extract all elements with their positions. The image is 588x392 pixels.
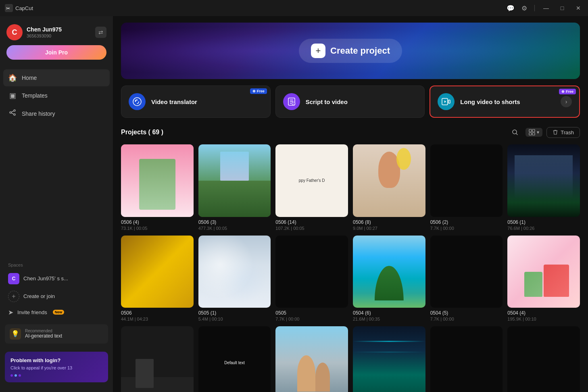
table-row[interactable]: 0505 7.7K | 00:00 <box>275 236 348 322</box>
project-name: 0505 (1) <box>198 310 271 316</box>
table-row[interactable]: 0502 <box>507 326 580 392</box>
table-row[interactable]: 0503 <box>430 326 503 392</box>
sidebar-item-share-label: Share history <box>22 111 55 117</box>
table-row[interactable]: ppy Father's D 0506 (14) 107.2K | 00:05 <box>275 144 348 231</box>
project-thumbnail <box>353 326 425 392</box>
chat-icon[interactable]: 💬 <box>507 4 514 12</box>
project-meta: 21.6M | 00:35 <box>353 317 425 321</box>
minimize-button[interactable]: — <box>541 3 551 13</box>
user-section: C Chen Jun975 3656393090 ⇄ Join Pro <box>0 21 113 66</box>
sidebar-item-create-join[interactable]: + Create or join <box>0 288 113 305</box>
svg-rect-15 <box>448 100 450 103</box>
long-video-arrow[interactable]: › <box>561 96 572 107</box>
project-thumbnail: ppy Father's D <box>275 144 348 217</box>
hero-banner[interactable]: + Create project <box>121 23 580 79</box>
table-row[interactable]: 0506 (8) 9.0M | 00:27 <box>353 144 425 231</box>
user-name: Chen Jun975 <box>27 26 91 33</box>
table-row[interactable]: 0506 (1) 76.6M | 00:26 <box>507 144 580 231</box>
free-badge-shorts: ⊕Free <box>559 89 576 94</box>
project-thumbnail <box>121 236 194 308</box>
invite-icon: ➤ <box>8 309 13 316</box>
problem-card-dots <box>10 374 102 377</box>
table-row[interactable]: Default text 0504 (2) <box>198 326 271 392</box>
project-thumbnail <box>430 236 503 308</box>
svg-rect-19 <box>532 129 535 132</box>
project-meta: 44.1M | 04:23 <box>121 317 194 321</box>
svg-rect-18 <box>529 129 532 132</box>
project-meta: 7.7K | 00:00 <box>275 317 348 321</box>
table-row[interactable]: 0505 (1) 5.4M | 00:10 <box>198 236 271 322</box>
settings-icon[interactable]: ⚙ <box>521 4 528 12</box>
feature-video-translator[interactable]: ⊕Free Video translator <box>121 85 271 118</box>
sidebar-nav: 🏠 Home ▣ Templates Share history <box>0 66 113 258</box>
invite-label: Invite friends <box>17 309 47 315</box>
sidebar: C Chen Jun975 3656393090 ⇄ Join Pro 🏠 Ho… <box>0 16 113 392</box>
dot-3 <box>19 374 21 377</box>
table-row[interactable]: 0504 (1) <box>275 326 348 392</box>
svg-point-2 <box>14 110 15 111</box>
svg-point-4 <box>14 114 15 115</box>
project-thumbnail <box>198 144 271 217</box>
project-thumbnail <box>430 144 503 217</box>
table-row[interactable]: Default text 0506 (4) 73.1K | 00:05 <box>121 144 194 231</box>
problem-card[interactable]: Problem with login? Click to appeal if y… <box>5 352 108 382</box>
sidebar-item-share-history[interactable]: Share history <box>3 105 110 122</box>
project-meta: 477.3K | 00:05 <box>198 226 271 231</box>
dot-1 <box>10 374 13 377</box>
create-project-label: Create project <box>330 46 390 56</box>
svg-text:AI: AI <box>292 103 295 105</box>
recommend-text: Recommended AI-generated text <box>25 329 62 339</box>
table-row[interactable]: 0504 (3) <box>121 326 194 392</box>
close-button[interactable]: ✕ <box>573 3 583 13</box>
feature-long-video-shorts[interactable]: ⊕Free Long video to shorts › <box>430 85 580 118</box>
project-thumbnail <box>353 144 425 217</box>
feature-script-to-video[interactable]: AI Script to video <box>275 85 425 118</box>
recommend-card[interactable]: 💡 Recommended AI-generated text <box>5 324 108 344</box>
project-name: 0504 (4) <box>507 310 580 316</box>
projects-grid: Default text 0506 (4) 73.1K | 00:05 0506… <box>121 144 580 392</box>
user-text: Chen Jun975 3656393090 <box>27 26 91 38</box>
recommend-desc: AI-generated text <box>25 333 62 339</box>
plus-circle-icon: + <box>8 291 19 302</box>
recommend-icon: 💡 <box>10 328 21 340</box>
maximize-button[interactable]: □ <box>557 3 567 13</box>
sidebar-item-invite[interactable]: ➤ Invite friends New <box>0 305 113 319</box>
view-toggle-button[interactable]: ▾ <box>525 128 542 137</box>
svg-text:✂: ✂ <box>6 6 10 11</box>
window-controls: 💬 ⚙ — □ ✕ <box>507 3 583 13</box>
project-name: 0506 (3) <box>198 219 271 225</box>
table-row[interactable]: 0504 (6) 21.6M | 00:35 <box>353 236 425 322</box>
script-to-video-label: Script to video <box>306 98 348 105</box>
svg-rect-20 <box>529 133 532 135</box>
table-row[interactable]: 0506 44.1M | 04:23 <box>121 236 194 322</box>
table-row[interactable]: 0506 (2) 7.7K | 00:00 <box>430 144 503 231</box>
create-project-button[interactable]: + Create project <box>299 39 402 63</box>
svg-point-7 <box>133 98 141 106</box>
main-content: + Create project ⊕Free Video translator <box>113 16 588 392</box>
sidebar-item-templates[interactable]: ▣ Templates <box>3 87 110 104</box>
project-meta: 107.2K | 00:05 <box>275 226 348 231</box>
table-row[interactable]: 0504 (5) 7.7K | 00:00 <box>430 236 503 322</box>
search-button[interactable] <box>509 126 521 139</box>
create-join-label: Create or join <box>23 293 55 299</box>
table-row[interactable]: 0504 <box>353 326 425 392</box>
svg-rect-21 <box>532 133 535 135</box>
share-icon <box>8 109 17 118</box>
sidebar-item-home-label: Home <box>22 75 37 81</box>
recommend-title: Recommended <box>25 329 62 333</box>
project-meta: 195.9K | 00:10 <box>507 317 580 321</box>
project-thumbnail <box>121 326 194 392</box>
table-row[interactable]: 0506 (3) 477.3K | 00:05 <box>198 144 271 231</box>
sidebar-item-home[interactable]: 🏠 Home <box>3 69 110 86</box>
switch-account-button[interactable]: ⇄ <box>95 27 106 38</box>
table-row[interactable]: 0504 (4) 195.9K | 00:10 <box>507 236 580 322</box>
sidebar-item-templates-label: Templates <box>22 92 48 99</box>
new-badge: New <box>53 310 65 315</box>
project-name: 0504 (6) <box>353 310 425 316</box>
trash-button[interactable]: Trash <box>546 127 580 138</box>
project-thumbnail <box>507 326 580 392</box>
project-name: 0506 (8) <box>353 219 425 225</box>
sidebar-item-space[interactable]: C Chen Jun975' s s... <box>0 270 113 288</box>
join-pro-button[interactable]: Join Pro <box>6 45 106 60</box>
project-name: 0506 (4) <box>121 219 194 225</box>
